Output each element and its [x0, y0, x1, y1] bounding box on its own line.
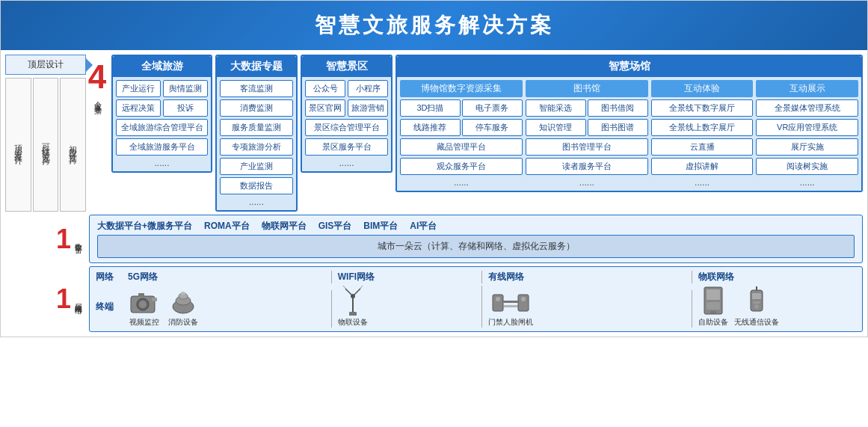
- ds-item2: 消费监测: [220, 99, 293, 117]
- tushuguan-header: 图书馆: [526, 80, 648, 97]
- hudong-col: 互动体验 全景线下数字展厅 全景线上数字展厅 云直播 虚拟讲解 ......: [651, 80, 754, 188]
- jq-item1: 公众号: [305, 80, 345, 97]
- quanyu-content: 产业运行 舆情监测 远程决策 投诉 全域旅游综合管理平台 全域旅游服务平台 ..…: [113, 77, 211, 171]
- platform-box: 大数据平台+微服务平台 ROMA平台 物联网平台 GIS平台 BIM平台 AI平…: [89, 215, 863, 263]
- jq-platform2: 景区服务平台: [305, 138, 388, 156]
- quanyu-row2: 远程决策 投诉: [116, 99, 208, 117]
- gate-label: 门禁人脸闸机: [488, 317, 533, 328]
- ds-item1: 客流监测: [220, 80, 293, 97]
- zs-item4: 阅读树实施: [756, 158, 858, 175]
- svg-point-16: [496, 297, 500, 301]
- qy-item-2: 舆情监测: [163, 80, 208, 97]
- ds-item5: 产业监测: [220, 158, 293, 175]
- changuan-section: 智慧场馆 博物馆数字资源采集 3D扫描 电子票务: [395, 55, 863, 192]
- platform-items-row: 大数据平台+微服务平台 ROMA平台 物联网平台 GIS平台 BIM平台 AI平…: [97, 220, 855, 233]
- bwg-item3: 线路推荐: [400, 119, 461, 136]
- main-container: 智慧文旅服务解决方案 顶层设计 顶层方案设计 可行性研究支持 初步设计支持: [0, 0, 868, 337]
- qy-platform2: 全域旅游服务平台: [116, 138, 208, 156]
- tsg-dots: ......: [526, 177, 648, 188]
- hd-item1: 全景线下数字展厅: [651, 99, 754, 117]
- camera-icon: [128, 290, 161, 316]
- 5g-area: 5G网络: [128, 271, 332, 283]
- sidebar-cols: 顶层方案设计 可行性研究支持 初步设计支持: [5, 78, 86, 212]
- jingqu-section: 智慧景区 公众号 小程序 景区官网 旅游营销 景区综合管理平台 景区服: [301, 55, 393, 173]
- sidebar-col-1: 顶层方案设计: [5, 78, 31, 212]
- terminal-desc: 层终端网络: [73, 298, 83, 301]
- terminal-num: 1: [56, 286, 71, 313]
- ds-item3: 服务质量监测: [220, 119, 293, 136]
- jq-row2: 景区官网 旅游营销: [305, 99, 388, 117]
- device-self-service: 自助设备: [698, 286, 728, 328]
- jq-item3: 景区官网: [305, 99, 345, 117]
- tsg-row1: 智能采选 图书借阅: [526, 99, 648, 117]
- device-iot: 物联设备: [338, 286, 368, 328]
- bwg-row2: 线路推荐 停车服务: [400, 119, 523, 136]
- platform-row-wrapper: 1 个数字平台 大数据平台+微服务平台 ROMA平台 物联网平台 GIS平台 B…: [5, 215, 863, 263]
- wired-label: 有线网络: [488, 271, 524, 283]
- bwg-dots: ......: [400, 177, 523, 188]
- tsg-item1: 智能采选: [526, 99, 586, 117]
- bwg-platform1: 藏品管理平台: [400, 138, 523, 156]
- iot-area: 物联网络: [698, 271, 856, 283]
- jq-item2: 小程序: [348, 80, 388, 97]
- jingqu-content: 公众号 小程序 景区官网 旅游营销 景区综合管理平台 景区服务平台 ......: [302, 77, 391, 171]
- svg-rect-15: [503, 305, 518, 307]
- plat-item-5: BIM平台: [363, 220, 398, 233]
- svg-rect-19: [707, 289, 720, 300]
- changuan-header: 智慧场馆: [397, 56, 861, 77]
- kiosk-icon: [701, 286, 725, 316]
- radio-icon: [745, 286, 769, 316]
- ds-item6: 数据报告: [220, 177, 293, 194]
- fire-label: 消防设备: [168, 317, 198, 328]
- 5g-label: 5G网络: [128, 271, 158, 283]
- dashuju-section: 大数据专题 客流监测 消费监测 服务质量监测 专项旅游分析 产业监测 数据报告 …: [215, 55, 298, 212]
- num-4-desc: 个业务场景: [92, 95, 102, 102]
- platform-num-block: 1 个数字平台: [56, 226, 83, 253]
- gate-icon: [491, 290, 530, 316]
- zs-item3: 展厅实施: [756, 138, 858, 156]
- hd-item2: 全景线上数字展厅: [651, 119, 754, 136]
- svg-point-2: [139, 301, 147, 308]
- device-camera: 视频监控: [128, 290, 161, 328]
- zs-item1: 全景媒体管理系统: [756, 99, 858, 117]
- top-design-label: 顶层设计: [5, 55, 86, 75]
- plat-item-1: 大数据平台+微服务平台: [97, 220, 192, 233]
- platform-num: 1: [56, 226, 71, 253]
- fire-icon: [167, 290, 200, 316]
- jq-item4: 旅游营销: [348, 99, 388, 117]
- network-title-row: 网络 5G网络 WIFI网络 有线网络: [96, 271, 856, 283]
- platform-num-side: 1 个数字平台: [5, 215, 86, 263]
- ds-dots: ......: [220, 197, 293, 207]
- device-fire: 消防设备: [167, 290, 200, 328]
- cloud-service: 城市一朵云（计算、存储和网络、虚拟化云服务）: [97, 235, 855, 258]
- wifi-devices: 物联设备: [338, 286, 483, 328]
- plat-item-6: AI平台: [410, 220, 437, 233]
- quanyu-section: 全域旅游 产业运行 舆情监测 远程决策 投诉 全域旅游综合管理平台 全: [111, 55, 212, 173]
- columns-wrapper: 4 个业务场景 全域旅游 产业运行 舆情监测 远程决: [86, 55, 863, 212]
- qy-dots: ......: [116, 158, 208, 168]
- dashuju-content: 客流监测 消费监测 服务质量监测 专项旅游分析 产业监测 数据报告 ......: [217, 77, 296, 210]
- tsg-platform1: 图书管理平台: [526, 138, 648, 156]
- bwg-item1: 3D扫描: [400, 99, 461, 117]
- svg-rect-21: [710, 311, 716, 313]
- terminal-num-side: 1 层终端网络: [5, 266, 86, 332]
- tsg-item3: 知识管理: [526, 119, 586, 136]
- jingqu-header: 智慧景区: [302, 56, 391, 77]
- zs-item2: VR应用管理系统: [756, 119, 858, 136]
- qy-item-3: 远程决策: [116, 99, 161, 117]
- bwg-item4: 停车服务: [462, 119, 523, 136]
- bwg-row1: 3D扫描 电子票务: [400, 99, 523, 117]
- device-gate: 门禁人脸闸机: [488, 290, 533, 328]
- iot-icon: [339, 286, 366, 316]
- network-label: 网络: [96, 271, 122, 283]
- top-section: 顶层设计 顶层方案设计 可行性研究支持 初步设计支持 4 个业务场景: [5, 55, 863, 212]
- tsg-platform2: 读者服务平台: [526, 158, 648, 175]
- wired-devices: 门禁人脸闸机: [488, 290, 692, 328]
- svg-rect-20: [707, 302, 720, 310]
- tsg-row2: 知识管理 图书图谱: [526, 119, 648, 136]
- changuan-content: 博物馆数字资源采集 3D扫描 电子票务 线路推荐 停车服务 藏品管理平台: [397, 77, 861, 191]
- svg-rect-4: [152, 298, 157, 301]
- terminal-box: 网络 5G网络 WIFI网络 有线网络: [89, 266, 863, 332]
- wifi-label: WIFI网络: [338, 271, 375, 283]
- kiosk-label: 自助设备: [698, 317, 728, 328]
